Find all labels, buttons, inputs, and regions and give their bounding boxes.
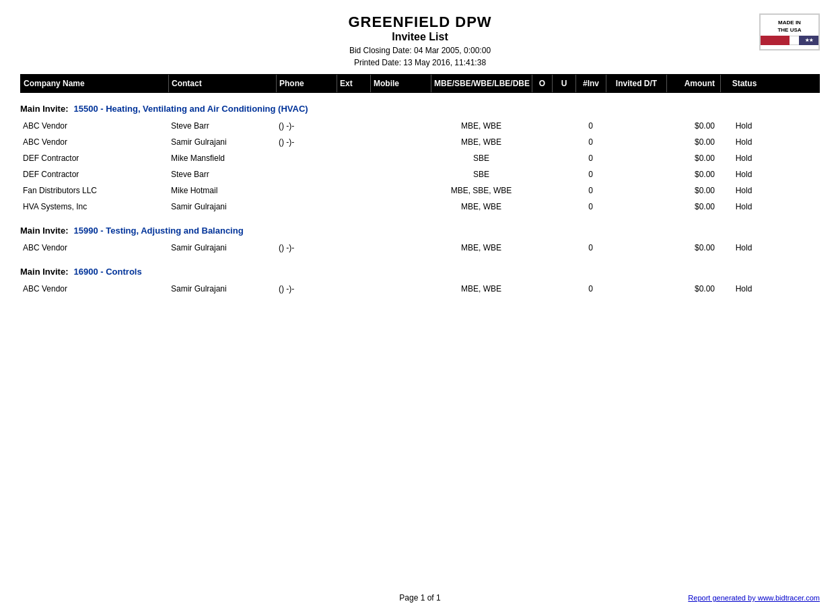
section-2: Main Invite:16900 - ControlsABC VendorSa… bbox=[20, 256, 820, 297]
printed-date: Printed Date: 13 May 2016, 11:41:38 bbox=[20, 58, 820, 67]
table-cell bbox=[606, 135, 666, 149]
flag-white bbox=[790, 36, 799, 45]
table-cell: DEF Contractor bbox=[20, 168, 168, 181]
table-cell: $0.00 bbox=[666, 184, 720, 197]
table-cell: MBE, WBE bbox=[431, 241, 532, 254]
table-cell: Mike Hotmail bbox=[168, 184, 276, 197]
table-cell bbox=[606, 184, 666, 197]
table-cell bbox=[552, 184, 575, 197]
table-cell: SBE bbox=[431, 168, 532, 181]
table-cell bbox=[370, 168, 431, 181]
table-cell: () -)- bbox=[276, 282, 337, 296]
flag-graphic: ★★ bbox=[761, 36, 818, 45]
table-cell: DEF Contractor bbox=[20, 151, 168, 165]
header-phone: Phone bbox=[277, 75, 337, 92]
made-in-usa-graphic: MADE IN THE USA ★★ bbox=[759, 13, 820, 50]
table-cell: () -)- bbox=[276, 119, 337, 133]
table-cell: 0 bbox=[575, 200, 606, 213]
table-cell: Hold bbox=[720, 184, 767, 197]
table-cell bbox=[552, 119, 575, 133]
section-header-1: Main Invite:15990 - Testing, Adjusting a… bbox=[20, 215, 820, 240]
table-cell: 0 bbox=[575, 135, 606, 149]
section-1: Main Invite:15990 - Testing, Adjusting a… bbox=[20, 215, 820, 256]
table-cell: 0 bbox=[575, 184, 606, 197]
table-cell: ABC Vendor bbox=[20, 135, 168, 149]
table-cell: Hold bbox=[720, 151, 767, 165]
table-cell: Hold bbox=[720, 200, 767, 213]
table-cell: Hold bbox=[720, 135, 767, 149]
table-cell: 0 bbox=[575, 151, 606, 165]
table-cell bbox=[337, 200, 370, 213]
table-cell bbox=[532, 135, 552, 149]
table-cell bbox=[552, 168, 575, 181]
header-o: O bbox=[532, 75, 553, 92]
sections-container: Main Invite:15500 - Heating, Ventilating… bbox=[20, 93, 820, 297]
table-cell bbox=[552, 282, 575, 296]
table-cell bbox=[606, 119, 666, 133]
table-cell bbox=[337, 119, 370, 133]
report-subtitle: Invitee List bbox=[20, 31, 820, 43]
table-cell: 0 bbox=[575, 168, 606, 181]
table-cell bbox=[532, 151, 552, 165]
section-label-2: Main Invite: bbox=[20, 267, 69, 277]
header-contact: Contact bbox=[169, 75, 277, 92]
table-cell: ABC Vendor bbox=[20, 119, 168, 133]
report-header: GREENFIELD DPW Invitee List Bid Closing … bbox=[20, 13, 820, 67]
report-link[interactable]: Report generated by www.bidtracer.com bbox=[688, 594, 820, 602]
table-cell bbox=[337, 151, 370, 165]
table-cell: MBE, WBE bbox=[431, 119, 532, 133]
table-row: ABC VendorSamir Gulrajani() -)-MBE, WBE0… bbox=[20, 134, 820, 150]
header-status: Status bbox=[721, 75, 768, 92]
table-cell bbox=[606, 151, 666, 165]
table-cell: 0 bbox=[575, 119, 606, 133]
table-cell: $0.00 bbox=[666, 119, 720, 133]
header-u: U bbox=[553, 75, 576, 92]
table-cell bbox=[532, 200, 552, 213]
table-cell bbox=[532, 282, 552, 296]
table-cell bbox=[606, 200, 666, 213]
table-cell: MBE, SBE, WBE bbox=[431, 184, 532, 197]
table-cell bbox=[276, 200, 337, 213]
table-row: ABC VendorSamir Gulrajani() -)-MBE, WBE0… bbox=[20, 240, 820, 256]
table-cell: $0.00 bbox=[666, 168, 720, 181]
section-label-1: Main Invite: bbox=[20, 226, 69, 236]
table-cell: $0.00 bbox=[666, 151, 720, 165]
table-cell: 0 bbox=[575, 282, 606, 296]
page: GREENFIELD DPW Invitee List Bid Closing … bbox=[0, 0, 840, 616]
flag-blue: ★★ bbox=[799, 36, 818, 45]
table-cell bbox=[370, 135, 431, 149]
flag-red bbox=[761, 36, 790, 45]
section-title-1: 15990 - Testing, Adjusting and Balancing bbox=[74, 226, 244, 236]
table-cell: SBE bbox=[431, 151, 532, 165]
table-row: ABC VendorSamir Gulrajani() -)-MBE, WBE0… bbox=[20, 281, 820, 297]
table-cell bbox=[276, 168, 337, 181]
table-cell bbox=[337, 241, 370, 254]
table-cell: $0.00 bbox=[666, 282, 720, 296]
header-invited-dt: Invited D/T bbox=[606, 75, 667, 92]
table-cell: Hold bbox=[720, 119, 767, 133]
table-cell: ABC Vendor bbox=[20, 241, 168, 254]
section-title-0: 15500 - Heating, Ventilating and Air Con… bbox=[74, 104, 308, 114]
table-cell bbox=[532, 168, 552, 181]
table-cell: Hold bbox=[720, 282, 767, 296]
table-cell: Steve Barr bbox=[168, 168, 276, 181]
table-cell bbox=[606, 282, 666, 296]
table-cell: MBE, WBE bbox=[431, 282, 532, 296]
table-cell bbox=[370, 200, 431, 213]
table-cell: () -)- bbox=[276, 241, 337, 254]
table-cell: $0.00 bbox=[666, 135, 720, 149]
table-cell: Samir Gulrajani bbox=[168, 241, 276, 254]
section-header-2: Main Invite:16900 - Controls bbox=[20, 256, 820, 281]
table-cell bbox=[532, 184, 552, 197]
table-cell bbox=[276, 184, 337, 197]
table-row: HVA Systems, IncSamir GulrajaniMBE, WBE0… bbox=[20, 199, 820, 215]
table-cell: Hold bbox=[720, 241, 767, 254]
table-cell: MBE, WBE bbox=[431, 200, 532, 213]
table-cell bbox=[606, 168, 666, 181]
table-cell bbox=[552, 200, 575, 213]
table-cell bbox=[337, 168, 370, 181]
table-cell bbox=[370, 151, 431, 165]
table-cell bbox=[606, 241, 666, 254]
table-cell bbox=[337, 184, 370, 197]
table-cell bbox=[276, 151, 337, 165]
